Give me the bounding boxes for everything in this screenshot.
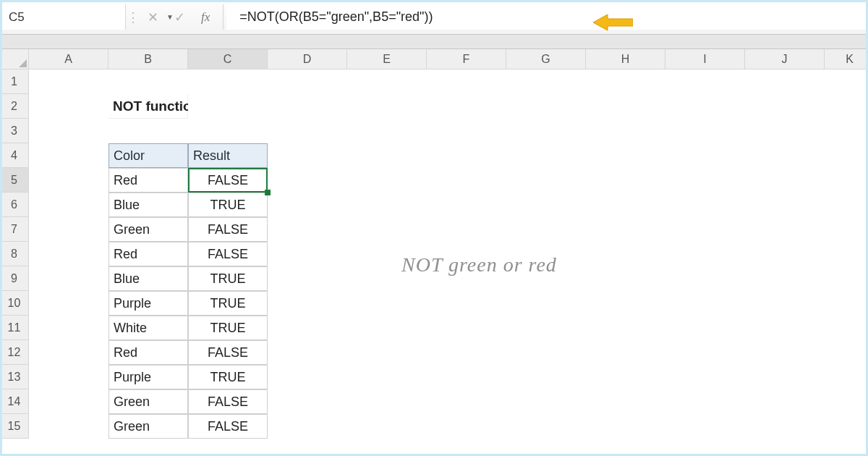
cell-H8[interactable]	[586, 242, 665, 266]
cell-J12[interactable]	[745, 340, 825, 365]
cell-C1[interactable]	[188, 69, 268, 94]
cell-I7[interactable]	[665, 217, 745, 242]
cell-D15[interactable]	[268, 414, 347, 439]
cell-K7[interactable]	[825, 217, 868, 242]
row-header-8[interactable]: 8	[0, 242, 29, 266]
column-header-C[interactable]: C	[188, 49, 268, 69]
cell-C3[interactable]	[188, 119, 268, 143]
cell-D3[interactable]	[268, 119, 347, 143]
cell-D8[interactable]	[268, 242, 347, 266]
cell-E3[interactable]	[347, 119, 427, 143]
row-header-3[interactable]: 3	[0, 119, 29, 143]
cell-D9[interactable]	[268, 266, 347, 291]
cell-C8[interactable]: FALSE	[188, 242, 268, 266]
cell-G15[interactable]	[506, 414, 586, 439]
cell-D12[interactable]	[268, 340, 347, 365]
cell-G12[interactable]	[506, 340, 586, 365]
cell-E12[interactable]	[347, 340, 427, 365]
row-header-13[interactable]: 13	[0, 365, 29, 389]
cell-G11[interactable]	[506, 316, 586, 340]
cell-G13[interactable]	[506, 365, 586, 389]
cell-D11[interactable]	[268, 316, 347, 340]
cell-J3[interactable]	[745, 119, 825, 143]
cell-G2[interactable]	[506, 94, 586, 119]
cell-B13[interactable]: Purple	[109, 365, 188, 389]
cell-E2[interactable]	[347, 94, 427, 119]
cell-A3[interactable]	[29, 119, 109, 143]
cell-B1[interactable]	[109, 69, 188, 94]
cell-F6[interactable]	[427, 193, 506, 217]
cell-F5[interactable]	[427, 168, 506, 193]
cell-H1[interactable]	[586, 69, 665, 94]
cell-C5[interactable]: FALSE	[188, 168, 268, 193]
cell-J9[interactable]	[745, 266, 825, 291]
formula-input[interactable]	[239, 9, 868, 25]
cell-J5[interactable]	[745, 168, 825, 193]
cell-J8[interactable]	[745, 242, 825, 266]
cell-H15[interactable]	[586, 414, 665, 439]
cell-K3[interactable]	[825, 119, 868, 143]
drag-handle-icon[interactable]: ⋮	[126, 0, 140, 34]
cell-C12[interactable]: FALSE	[188, 340, 268, 365]
column-header-G[interactable]: G	[506, 49, 586, 69]
cell-H2[interactable]	[586, 94, 665, 119]
row-header-10[interactable]: 10	[0, 291, 29, 316]
formula-input-wrap[interactable]	[226, 4, 868, 30]
cell-I3[interactable]	[665, 119, 745, 143]
cell-I9[interactable]	[665, 266, 745, 291]
cell-F2[interactable]	[427, 94, 506, 119]
cell-D5[interactable]	[268, 168, 347, 193]
cell-E4[interactable]	[347, 143, 427, 168]
cell-K14[interactable]	[825, 389, 868, 414]
cell-J13[interactable]	[745, 365, 825, 389]
column-header-I[interactable]: I	[665, 49, 745, 69]
cell-F3[interactable]	[427, 119, 506, 143]
fx-button[interactable]: fx	[201, 10, 210, 25]
cell-I13[interactable]	[665, 365, 745, 389]
fill-handle[interactable]	[265, 190, 271, 195]
cell-C14[interactable]: FALSE	[188, 389, 268, 414]
cell-I4[interactable]	[665, 143, 745, 168]
cell-H11[interactable]	[586, 316, 665, 340]
cell-B11[interactable]: White	[109, 316, 188, 340]
cell-D1[interactable]	[268, 69, 347, 94]
cell-B2[interactable]: NOT function	[109, 94, 188, 119]
row-header-15[interactable]: 15	[0, 414, 29, 439]
row-header-1[interactable]: 1	[0, 69, 29, 94]
cell-B14[interactable]: Green	[109, 389, 188, 414]
cell-F4[interactable]	[427, 143, 506, 168]
cell-E15[interactable]	[347, 414, 427, 439]
cell-H7[interactable]	[586, 217, 665, 242]
cell-K5[interactable]	[825, 168, 868, 193]
cell-D6[interactable]	[268, 193, 347, 217]
cell-I14[interactable]	[665, 389, 745, 414]
cell-A14[interactable]	[29, 389, 109, 414]
cell-F11[interactable]	[427, 316, 506, 340]
cell-K6[interactable]	[825, 193, 868, 217]
cell-H5[interactable]	[586, 168, 665, 193]
row-header-14[interactable]: 14	[0, 389, 29, 414]
cell-I2[interactable]	[665, 94, 745, 119]
cell-J15[interactable]	[745, 414, 825, 439]
cell-E1[interactable]	[347, 69, 427, 94]
cell-D7[interactable]	[268, 217, 347, 242]
cell-K1[interactable]	[825, 69, 868, 94]
cell-H9[interactable]	[586, 266, 665, 291]
row-header-11[interactable]: 11	[0, 316, 29, 340]
cell-F7[interactable]	[427, 217, 506, 242]
cell-H14[interactable]	[586, 389, 665, 414]
cell-I5[interactable]	[665, 168, 745, 193]
cell-C7[interactable]: FALSE	[188, 217, 268, 242]
cell-E14[interactable]	[347, 389, 427, 414]
cell-B8[interactable]: Red	[109, 242, 188, 266]
cell-H3[interactable]	[586, 119, 665, 143]
cell-D2[interactable]	[268, 94, 347, 119]
cell-F12[interactable]	[427, 340, 506, 365]
column-header-B[interactable]: B	[109, 49, 188, 69]
cell-C13[interactable]: TRUE	[188, 365, 268, 389]
cell-F10[interactable]	[427, 291, 506, 316]
cell-H12[interactable]	[586, 340, 665, 365]
cell-J10[interactable]	[745, 291, 825, 316]
cell-A1[interactable]	[29, 69, 109, 94]
cell-K12[interactable]	[825, 340, 868, 365]
